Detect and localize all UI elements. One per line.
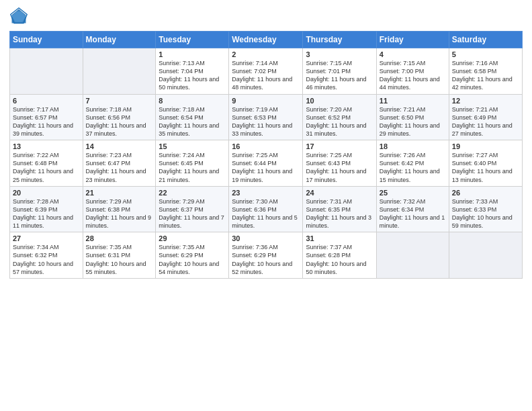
day-info: Sunrise: 7:23 AM Sunset: 6:47 PM Dayligh… bbox=[86, 151, 153, 184]
calendar-cell: 16Sunrise: 7:25 AM Sunset: 6:44 PM Dayli… bbox=[229, 140, 303, 187]
calendar-cell: 24Sunrise: 7:31 AM Sunset: 6:35 PM Dayli… bbox=[303, 186, 376, 232]
weekday-header: Sunday bbox=[10, 32, 83, 48]
day-info: Sunrise: 7:36 AM Sunset: 6:29 PM Dayligh… bbox=[232, 243, 300, 276]
day-number: 15 bbox=[159, 142, 226, 150]
calendar-week-row: 27Sunrise: 7:34 AM Sunset: 6:32 PM Dayli… bbox=[10, 232, 523, 279]
day-number: 27 bbox=[13, 234, 80, 242]
day-info: Sunrise: 7:29 AM Sunset: 6:38 PM Dayligh… bbox=[86, 197, 153, 230]
day-number: 13 bbox=[13, 142, 80, 150]
calendar-week-row: 13Sunrise: 7:22 AM Sunset: 6:48 PM Dayli… bbox=[10, 140, 523, 187]
calendar-cell: 27Sunrise: 7:34 AM Sunset: 6:32 PM Dayli… bbox=[10, 232, 83, 279]
calendar-cell: 5Sunrise: 7:16 AM Sunset: 6:58 PM Daylig… bbox=[449, 48, 522, 95]
day-info: Sunrise: 7:25 AM Sunset: 6:44 PM Dayligh… bbox=[232, 151, 300, 184]
day-number: 10 bbox=[306, 97, 373, 105]
calendar-cell: 20Sunrise: 7:28 AM Sunset: 6:39 PM Dayli… bbox=[10, 186, 83, 232]
day-info: Sunrise: 7:21 AM Sunset: 6:50 PM Dayligh… bbox=[380, 105, 446, 138]
calendar-cell bbox=[83, 48, 156, 95]
calendar-cell: 6Sunrise: 7:17 AM Sunset: 6:57 PM Daylig… bbox=[10, 94, 83, 140]
calendar-cell bbox=[10, 48, 83, 95]
day-number: 21 bbox=[86, 189, 153, 197]
calendar-cell: 26Sunrise: 7:33 AM Sunset: 6:33 PM Dayli… bbox=[449, 186, 522, 232]
day-info: Sunrise: 7:32 AM Sunset: 6:34 PM Dayligh… bbox=[380, 197, 446, 230]
day-info: Sunrise: 7:37 AM Sunset: 6:28 PM Dayligh… bbox=[306, 243, 373, 276]
calendar-cell: 17Sunrise: 7:25 AM Sunset: 6:43 PM Dayli… bbox=[303, 140, 376, 187]
page-header bbox=[9, 7, 523, 26]
weekday-header: Friday bbox=[376, 32, 449, 48]
day-info: Sunrise: 7:25 AM Sunset: 6:43 PM Dayligh… bbox=[306, 151, 373, 184]
day-number: 6 bbox=[13, 97, 80, 105]
day-number: 3 bbox=[306, 50, 373, 58]
calendar-header-row: SundayMondayTuesdayWednesdayThursdayFrid… bbox=[10, 32, 523, 48]
day-number: 14 bbox=[86, 142, 153, 150]
calendar-cell: 30Sunrise: 7:36 AM Sunset: 6:29 PM Dayli… bbox=[229, 232, 303, 279]
day-number: 18 bbox=[380, 142, 446, 150]
day-info: Sunrise: 7:17 AM Sunset: 6:57 PM Dayligh… bbox=[13, 105, 80, 138]
day-number: 7 bbox=[86, 97, 153, 105]
day-number: 30 bbox=[232, 234, 300, 242]
logo bbox=[9, 7, 31, 26]
weekday-header: Tuesday bbox=[156, 32, 229, 48]
day-info: Sunrise: 7:31 AM Sunset: 6:35 PM Dayligh… bbox=[306, 197, 373, 230]
day-number: 26 bbox=[452, 189, 519, 197]
calendar-cell: 18Sunrise: 7:26 AM Sunset: 6:42 PM Dayli… bbox=[376, 140, 449, 187]
calendar-cell: 28Sunrise: 7:35 AM Sunset: 6:31 PM Dayli… bbox=[83, 232, 156, 279]
day-number: 17 bbox=[306, 142, 373, 150]
weekday-header: Wednesday bbox=[229, 32, 303, 48]
calendar-cell: 19Sunrise: 7:27 AM Sunset: 6:40 PM Dayli… bbox=[449, 140, 522, 187]
day-number: 4 bbox=[380, 50, 446, 58]
day-number: 2 bbox=[232, 50, 300, 58]
day-info: Sunrise: 7:24 AM Sunset: 6:45 PM Dayligh… bbox=[159, 151, 226, 184]
day-number: 9 bbox=[232, 97, 300, 105]
calendar-cell: 2Sunrise: 7:14 AM Sunset: 7:02 PM Daylig… bbox=[229, 48, 303, 95]
calendar-cell: 29Sunrise: 7:35 AM Sunset: 6:29 PM Dayli… bbox=[156, 232, 229, 279]
calendar-cell bbox=[376, 232, 449, 279]
day-info: Sunrise: 7:18 AM Sunset: 6:54 PM Dayligh… bbox=[159, 105, 226, 138]
day-info: Sunrise: 7:16 AM Sunset: 6:58 PM Dayligh… bbox=[452, 59, 519, 92]
day-number: 29 bbox=[159, 234, 226, 242]
day-info: Sunrise: 7:13 AM Sunset: 7:04 PM Dayligh… bbox=[159, 59, 226, 92]
day-number: 16 bbox=[232, 142, 300, 150]
logo-icon bbox=[9, 7, 28, 26]
day-info: Sunrise: 7:35 AM Sunset: 6:29 PM Dayligh… bbox=[159, 243, 226, 276]
calendar-table: SundayMondayTuesdayWednesdayThursdayFrid… bbox=[9, 31, 523, 279]
calendar-cell: 4Sunrise: 7:15 AM Sunset: 7:00 PM Daylig… bbox=[376, 48, 449, 95]
day-info: Sunrise: 7:18 AM Sunset: 6:56 PM Dayligh… bbox=[86, 105, 153, 138]
day-info: Sunrise: 7:30 AM Sunset: 6:36 PM Dayligh… bbox=[232, 197, 300, 230]
day-info: Sunrise: 7:14 AM Sunset: 7:02 PM Dayligh… bbox=[232, 59, 300, 92]
day-number: 8 bbox=[159, 97, 226, 105]
calendar-cell: 11Sunrise: 7:21 AM Sunset: 6:50 PM Dayli… bbox=[376, 94, 449, 140]
day-info: Sunrise: 7:26 AM Sunset: 6:42 PM Dayligh… bbox=[380, 151, 446, 184]
day-info: Sunrise: 7:27 AM Sunset: 6:40 PM Dayligh… bbox=[452, 151, 519, 184]
calendar-cell: 9Sunrise: 7:19 AM Sunset: 6:53 PM Daylig… bbox=[229, 94, 303, 140]
day-number: 22 bbox=[159, 189, 226, 197]
day-info: Sunrise: 7:19 AM Sunset: 6:53 PM Dayligh… bbox=[232, 105, 300, 138]
calendar-cell bbox=[449, 232, 522, 279]
calendar-cell: 12Sunrise: 7:21 AM Sunset: 6:49 PM Dayli… bbox=[449, 94, 522, 140]
day-info: Sunrise: 7:21 AM Sunset: 6:49 PM Dayligh… bbox=[452, 105, 519, 138]
calendar-cell: 10Sunrise: 7:20 AM Sunset: 6:52 PM Dayli… bbox=[303, 94, 376, 140]
calendar-cell: 13Sunrise: 7:22 AM Sunset: 6:48 PM Dayli… bbox=[10, 140, 83, 187]
day-number: 19 bbox=[452, 142, 519, 150]
calendar-cell: 22Sunrise: 7:29 AM Sunset: 6:37 PM Dayli… bbox=[156, 186, 229, 232]
day-info: Sunrise: 7:34 AM Sunset: 6:32 PM Dayligh… bbox=[13, 243, 80, 276]
day-info: Sunrise: 7:15 AM Sunset: 7:01 PM Dayligh… bbox=[306, 59, 373, 92]
day-number: 20 bbox=[13, 189, 80, 197]
day-info: Sunrise: 7:33 AM Sunset: 6:33 PM Dayligh… bbox=[452, 197, 519, 230]
calendar-cell: 25Sunrise: 7:32 AM Sunset: 6:34 PM Dayli… bbox=[376, 186, 449, 232]
calendar-week-row: 20Sunrise: 7:28 AM Sunset: 6:39 PM Dayli… bbox=[10, 186, 523, 232]
day-info: Sunrise: 7:28 AM Sunset: 6:39 PM Dayligh… bbox=[13, 197, 80, 230]
weekday-header: Saturday bbox=[449, 32, 522, 48]
calendar-cell: 14Sunrise: 7:23 AM Sunset: 6:47 PM Dayli… bbox=[83, 140, 156, 187]
day-info: Sunrise: 7:29 AM Sunset: 6:37 PM Dayligh… bbox=[159, 197, 226, 230]
day-number: 5 bbox=[452, 50, 519, 58]
day-info: Sunrise: 7:15 AM Sunset: 7:00 PM Dayligh… bbox=[380, 59, 446, 92]
calendar-cell: 31Sunrise: 7:37 AM Sunset: 6:28 PM Dayli… bbox=[303, 232, 376, 279]
calendar-cell: 1Sunrise: 7:13 AM Sunset: 7:04 PM Daylig… bbox=[156, 48, 229, 95]
calendar-week-row: 6Sunrise: 7:17 AM Sunset: 6:57 PM Daylig… bbox=[10, 94, 523, 140]
day-number: 31 bbox=[306, 234, 373, 242]
calendar-cell: 15Sunrise: 7:24 AM Sunset: 6:45 PM Dayli… bbox=[156, 140, 229, 187]
day-number: 12 bbox=[452, 97, 519, 105]
day-number: 1 bbox=[159, 50, 226, 58]
day-number: 25 bbox=[380, 189, 446, 197]
calendar-cell: 21Sunrise: 7:29 AM Sunset: 6:38 PM Dayli… bbox=[83, 186, 156, 232]
